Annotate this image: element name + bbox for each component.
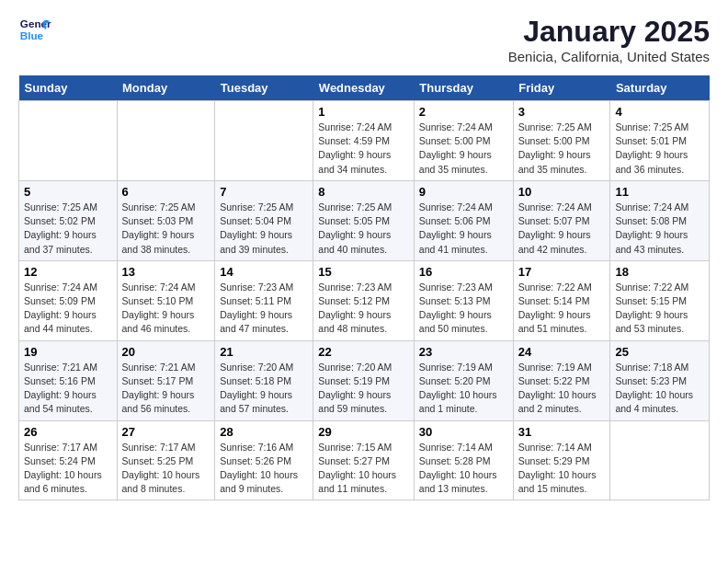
day-number: 31 — [518, 425, 606, 439]
calendar-cell: 25Sunrise: 7:18 AM Sunset: 5:23 PM Dayli… — [610, 340, 710, 420]
day-info: Sunrise: 7:24 AM Sunset: 5:06 PM Dayligh… — [419, 201, 508, 257]
calendar-cell: 6Sunrise: 7:25 AM Sunset: 5:03 PM Daylig… — [117, 180, 215, 260]
day-info: Sunrise: 7:22 AM Sunset: 5:14 PM Dayligh… — [518, 281, 606, 337]
column-header-wednesday: Wednesday — [313, 75, 415, 101]
day-number: 18 — [615, 265, 704, 279]
day-info: Sunrise: 7:21 AM Sunset: 5:16 PM Dayligh… — [24, 361, 112, 417]
calendar-cell: 23Sunrise: 7:19 AM Sunset: 5:20 PM Dayli… — [414, 340, 513, 420]
day-number: 13 — [122, 265, 210, 279]
day-number: 21 — [220, 345, 308, 359]
column-header-monday: Monday — [117, 75, 215, 101]
day-info: Sunrise: 7:22 AM Sunset: 5:15 PM Dayligh… — [615, 281, 704, 337]
column-header-thursday: Thursday — [414, 75, 513, 101]
day-info: Sunrise: 7:14 AM Sunset: 5:29 PM Dayligh… — [518, 441, 606, 497]
day-number: 20 — [122, 345, 210, 359]
day-info: Sunrise: 7:23 AM Sunset: 5:11 PM Dayligh… — [220, 281, 308, 337]
day-info: Sunrise: 7:25 AM Sunset: 5:00 PM Dayligh… — [518, 121, 606, 177]
calendar-cell — [19, 101, 118, 181]
column-header-friday: Friday — [513, 75, 610, 101]
day-number: 29 — [318, 425, 409, 439]
day-info: Sunrise: 7:19 AM Sunset: 5:20 PM Dayligh… — [419, 361, 508, 417]
day-info: Sunrise: 7:14 AM Sunset: 5:28 PM Dayligh… — [419, 441, 508, 497]
calendar-week-2: 5Sunrise: 7:25 AM Sunset: 5:02 PM Daylig… — [19, 180, 710, 260]
day-info: Sunrise: 7:25 AM Sunset: 5:03 PM Dayligh… — [122, 201, 210, 257]
day-info: Sunrise: 7:23 AM Sunset: 5:13 PM Dayligh… — [419, 281, 508, 337]
calendar-cell: 10Sunrise: 7:24 AM Sunset: 5:07 PM Dayli… — [513, 180, 610, 260]
day-number: 25 — [615, 345, 704, 359]
day-number: 24 — [518, 345, 606, 359]
day-info: Sunrise: 7:16 AM Sunset: 5:26 PM Dayligh… — [220, 441, 308, 497]
day-number: 28 — [220, 425, 308, 439]
calendar-week-4: 19Sunrise: 7:21 AM Sunset: 5:16 PM Dayli… — [19, 340, 710, 420]
day-number: 10 — [518, 185, 606, 199]
calendar-cell: 16Sunrise: 7:23 AM Sunset: 5:13 PM Dayli… — [414, 260, 513, 340]
day-number: 11 — [615, 185, 704, 199]
day-number: 2 — [419, 105, 508, 119]
column-header-tuesday: Tuesday — [215, 75, 313, 101]
day-info: Sunrise: 7:24 AM Sunset: 5:09 PM Dayligh… — [24, 281, 112, 337]
day-number: 19 — [24, 345, 112, 359]
calendar-cell: 28Sunrise: 7:16 AM Sunset: 5:26 PM Dayli… — [215, 420, 313, 500]
calendar-cell: 31Sunrise: 7:14 AM Sunset: 5:29 PM Dayli… — [513, 420, 610, 500]
day-info: Sunrise: 7:24 AM Sunset: 4:59 PM Dayligh… — [318, 121, 409, 177]
day-number: 7 — [220, 185, 308, 199]
day-number: 26 — [24, 425, 112, 439]
day-number: 9 — [419, 185, 508, 199]
day-info: Sunrise: 7:25 AM Sunset: 5:04 PM Dayligh… — [220, 201, 308, 257]
day-number: 30 — [419, 425, 508, 439]
calendar-cell: 5Sunrise: 7:25 AM Sunset: 5:02 PM Daylig… — [19, 180, 118, 260]
day-number: 15 — [318, 265, 409, 279]
day-number: 4 — [615, 105, 704, 119]
page-subtitle: Benicia, California, United States — [508, 49, 710, 64]
day-number: 17 — [518, 265, 606, 279]
calendar-cell — [117, 101, 215, 181]
day-info: Sunrise: 7:24 AM Sunset: 5:07 PM Dayligh… — [518, 201, 606, 257]
calendar-cell: 18Sunrise: 7:22 AM Sunset: 5:15 PM Dayli… — [610, 260, 710, 340]
day-info: Sunrise: 7:21 AM Sunset: 5:17 PM Dayligh… — [122, 361, 210, 417]
calendar-cell: 7Sunrise: 7:25 AM Sunset: 5:04 PM Daylig… — [215, 180, 313, 260]
calendar-cell: 13Sunrise: 7:24 AM Sunset: 5:10 PM Dayli… — [117, 260, 215, 340]
calendar-cell: 24Sunrise: 7:19 AM Sunset: 5:22 PM Dayli… — [513, 340, 610, 420]
calendar-cell: 19Sunrise: 7:21 AM Sunset: 5:16 PM Dayli… — [19, 340, 118, 420]
calendar-cell: 1Sunrise: 7:24 AM Sunset: 4:59 PM Daylig… — [313, 101, 415, 181]
calendar-cell: 15Sunrise: 7:23 AM Sunset: 5:12 PM Dayli… — [313, 260, 415, 340]
calendar-cell: 30Sunrise: 7:14 AM Sunset: 5:28 PM Dayli… — [414, 420, 513, 500]
day-info: Sunrise: 7:24 AM Sunset: 5:00 PM Dayligh… — [419, 121, 508, 177]
day-number: 3 — [518, 105, 606, 119]
title-block: January 2025 Benicia, California, United… — [508, 15, 710, 64]
day-info: Sunrise: 7:25 AM Sunset: 5:05 PM Dayligh… — [318, 201, 409, 257]
day-number: 22 — [318, 345, 409, 359]
day-info: Sunrise: 7:17 AM Sunset: 5:25 PM Dayligh… — [122, 441, 210, 497]
calendar-cell: 27Sunrise: 7:17 AM Sunset: 5:25 PM Dayli… — [117, 420, 215, 500]
calendar-week-1: 1Sunrise: 7:24 AM Sunset: 4:59 PM Daylig… — [19, 101, 710, 181]
day-info: Sunrise: 7:24 AM Sunset: 5:10 PM Dayligh… — [122, 281, 210, 337]
day-info: Sunrise: 7:25 AM Sunset: 5:01 PM Dayligh… — [615, 121, 704, 177]
column-header-sunday: Sunday — [19, 75, 118, 101]
calendar-cell: 17Sunrise: 7:22 AM Sunset: 5:14 PM Dayli… — [513, 260, 610, 340]
logo-icon: General Blue — [18, 15, 51, 48]
day-number: 14 — [220, 265, 308, 279]
calendar-cell: 11Sunrise: 7:24 AM Sunset: 5:08 PM Dayli… — [610, 180, 710, 260]
calendar-header-row: SundayMondayTuesdayWednesdayThursdayFrid… — [19, 75, 710, 101]
day-info: Sunrise: 7:15 AM Sunset: 5:27 PM Dayligh… — [318, 441, 409, 497]
calendar-cell: 2Sunrise: 7:24 AM Sunset: 5:00 PM Daylig… — [414, 101, 513, 181]
calendar-cell: 21Sunrise: 7:20 AM Sunset: 5:18 PM Dayli… — [215, 340, 313, 420]
calendar-cell: 3Sunrise: 7:25 AM Sunset: 5:00 PM Daylig… — [513, 101, 610, 181]
day-number: 16 — [419, 265, 508, 279]
day-info: Sunrise: 7:20 AM Sunset: 5:18 PM Dayligh… — [220, 361, 308, 417]
day-number: 27 — [122, 425, 210, 439]
day-info: Sunrise: 7:23 AM Sunset: 5:12 PM Dayligh… — [318, 281, 409, 337]
day-number: 6 — [122, 185, 210, 199]
calendar-cell: 26Sunrise: 7:17 AM Sunset: 5:24 PM Dayli… — [19, 420, 118, 500]
day-info: Sunrise: 7:20 AM Sunset: 5:19 PM Dayligh… — [318, 361, 409, 417]
svg-text:Blue: Blue — [20, 29, 44, 41]
day-info: Sunrise: 7:17 AM Sunset: 5:24 PM Dayligh… — [24, 441, 112, 497]
calendar-cell — [610, 420, 710, 500]
day-number: 5 — [24, 185, 112, 199]
day-info: Sunrise: 7:24 AM Sunset: 5:08 PM Dayligh… — [615, 201, 704, 257]
svg-text:General: General — [20, 17, 51, 29]
calendar-cell: 20Sunrise: 7:21 AM Sunset: 5:17 PM Dayli… — [117, 340, 215, 420]
calendar-cell — [215, 101, 313, 181]
logo: General Blue — [18, 15, 51, 48]
page-title: January 2025 — [508, 15, 710, 49]
